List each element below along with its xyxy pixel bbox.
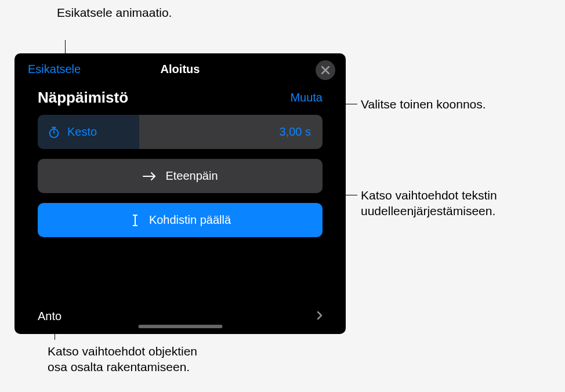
close-icon	[321, 66, 329, 74]
stopwatch-icon	[48, 126, 60, 139]
duration-left: Kesto	[38, 115, 139, 149]
controls: Kesto 3,00 s Eteenpäin Kohdistin päällä	[15, 115, 346, 237]
home-indicator[interactable]	[138, 325, 222, 328]
callout-delivery: Katso vaihtoehdot objektien osa osalta r…	[48, 343, 197, 375]
callout-forward-line1: Katso vaihtoehdot tekstin	[361, 187, 497, 203]
arrow-right-icon	[142, 172, 157, 181]
close-button[interactable]	[316, 60, 335, 80]
change-button[interactable]: Muuta	[290, 91, 323, 104]
callout-delivery-line1: Katso vaihtoehdot objektien	[48, 343, 197, 359]
duration-label: Kesto	[67, 125, 97, 139]
duration-row[interactable]: Kesto 3,00 s	[38, 115, 323, 149]
direction-button[interactable]: Eteenpäin	[38, 159, 323, 193]
callout-delivery-line2: osa osalta rakentamiseen.	[48, 359, 197, 375]
animation-panel: Esikatsele Aloitus Näppäimistö Muuta Kes…	[15, 53, 346, 334]
effect-name: Näppäimistö	[38, 89, 128, 107]
chevron-right-icon	[317, 308, 323, 324]
preview-button[interactable]: Esikatsele	[28, 63, 81, 76]
callout-forward: Katso vaihtoehdot tekstin uudelleenjärje…	[361, 187, 497, 219]
delivery-row[interactable]: Anto	[38, 308, 323, 324]
direction-label: Eteenpäin	[165, 169, 218, 183]
subheader: Näppäimistö Muuta	[15, 85, 346, 115]
callout-change: Valitse toinen koonnos.	[361, 96, 486, 112]
cursor-button[interactable]: Kohdistin päällä	[38, 203, 323, 237]
callout-preview: Esikatsele animaatio.	[57, 5, 172, 20]
cursor-icon	[129, 213, 141, 227]
cursor-label: Kohdistin päällä	[149, 213, 231, 227]
panel-header: Esikatsele Aloitus	[15, 53, 346, 85]
callout-preview-line1: Esikatsele animaatio.	[57, 5, 172, 20]
delivery-label: Anto	[38, 310, 61, 323]
callout-change-text: Valitse toinen koonnos.	[361, 97, 486, 111]
duration-value: 3,00 s	[139, 115, 323, 149]
callout-forward-line2: uudelleenjärjestämiseen.	[361, 203, 497, 219]
